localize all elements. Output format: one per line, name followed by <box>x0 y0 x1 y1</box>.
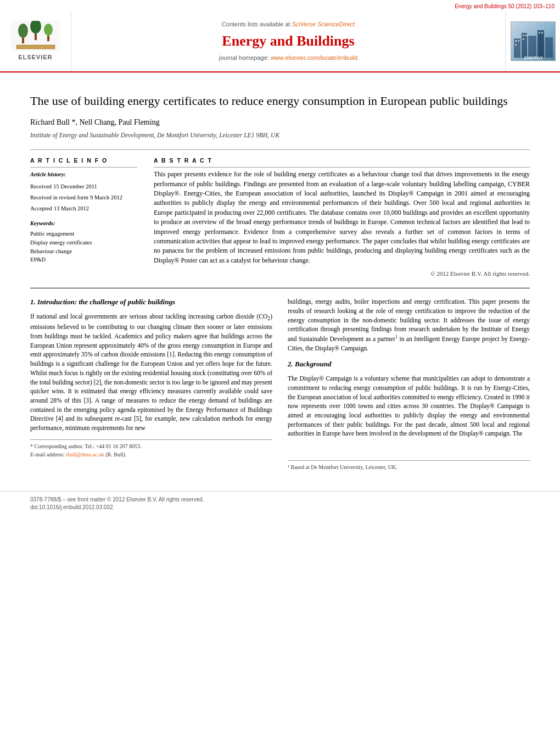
journal-header: Energy and Buildings 50 (2012) 103–110 <box>0 0 560 72</box>
svg-rect-7 <box>16 45 55 49</box>
svg-rect-12 <box>528 36 536 58</box>
svg-rect-6 <box>35 34 37 40</box>
section1-right-para1: buildings, energy audits, boiler inspect… <box>288 297 530 353</box>
section2-para1: The Display® Campaign is a voluntary sch… <box>288 374 530 438</box>
keyword-2: Display energy certificates <box>30 238 137 247</box>
svg-rect-4 <box>47 36 49 41</box>
body-divider <box>30 288 530 288</box>
article-affiliation: Institute of Energy and Sustainable Deve… <box>30 131 530 140</box>
eb-logo-box: 300JOURNALS <box>511 21 556 61</box>
svg-rect-2 <box>22 38 24 43</box>
copyright-line: © 2012 Elsevier B.V. All rights reserved… <box>154 270 530 278</box>
keyword-4: EP&D <box>30 255 137 264</box>
page: Energy and Buildings 50 (2012) 103–110 <box>0 0 560 742</box>
footnote-star-line: * Corresponding author. Tel.: +44 01 16 … <box>30 442 272 450</box>
keywords-title: Keywords: <box>30 220 137 228</box>
svg-point-3 <box>44 24 53 36</box>
article-info-col: A R T I C L E I N F O Article history: R… <box>30 157 137 278</box>
journal-homepage: journal homepage: www.elsevier.com/locat… <box>219 54 358 62</box>
eb-logo-icon: ENERGY BUILDINGS <box>511 22 556 61</box>
article-journal-info: Energy and Buildings 50 (2012) 103–110 <box>455 3 555 9</box>
journal-logo-area: 300JOURNALS <box>505 11 560 71</box>
received2-label: Received in revised form <box>30 194 88 200</box>
article-history-header: Article history: <box>30 171 137 179</box>
abstract-col: A B S T R A C T This paper presents evid… <box>154 157 530 278</box>
elsevier-wordmark: ELSEVIER <box>18 53 52 62</box>
article-info-abstract: A R T I C L E I N F O Article history: R… <box>30 157 530 278</box>
section2-heading: 2. Background <box>288 359 530 370</box>
svg-text:ENERGY: ENERGY <box>524 55 543 60</box>
accepted-value: 13 March 2012 <box>54 205 89 211</box>
article-title-area: The use of building energy certificates … <box>30 93 530 140</box>
header-top: ELSEVIER Contents lists available at Sci… <box>0 11 560 71</box>
footnote-area-right: ¹ Based at De Montfort University, Leice… <box>288 460 530 471</box>
body-two-col: 1. Introduction: the challenge of public… <box>30 297 530 471</box>
body-col-left: 1. Introduction: the challenge of public… <box>30 297 272 471</box>
accepted-label: Accepted <box>30 205 52 211</box>
section1-heading: 1. Introduction: the challenge of public… <box>30 297 272 308</box>
footnote-email-suffix: (R. Bull). <box>104 451 127 458</box>
article-history-label: Article history: <box>30 171 137 179</box>
svg-rect-22 <box>541 32 543 34</box>
section1-para1: If national and local governments are se… <box>30 312 272 432</box>
journal-homepage-url[interactable]: www.elsevier.com/locate/enbuild <box>271 54 357 61</box>
header-center: Contents lists available at SciVerse Sci… <box>71 11 505 71</box>
article-info-label: A R T I C L E I N F O <box>30 157 137 168</box>
footnote-area: * Corresponding author. Tel.: +44 01 16 … <box>30 439 272 459</box>
footnote-email[interactable]: rbull@dmu.ac.uk <box>66 451 104 458</box>
svg-rect-15 <box>515 40 517 42</box>
article-container: The use of building energy certificates … <box>0 72 560 482</box>
received1-label: Received <box>30 183 52 189</box>
sciverse-link[interactable]: SciVerse ScienceDirect <box>292 21 355 27</box>
received2-row: Received in revised form 9 March 2012 <box>30 192 137 202</box>
elsevier-tree-icon <box>11 21 60 51</box>
footer-doi: doi:10.1016/j.enbuild.2012.03.032 <box>30 504 530 511</box>
svg-point-1 <box>18 24 28 38</box>
footer-issn: 0378-7788/$ – see front matter © 2012 El… <box>30 496 530 504</box>
svg-rect-21 <box>539 32 540 34</box>
abstract-text: This paper presents evidence for the rol… <box>154 170 530 265</box>
svg-rect-16 <box>518 40 519 42</box>
footnote-email-prefix: E-mail address: <box>30 451 66 458</box>
svg-text:BUILDINGS: BUILDINGS <box>523 60 544 61</box>
svg-rect-11 <box>522 33 527 58</box>
journal-title-header: Energy and Buildings <box>222 31 354 51</box>
elsevier-logo-area: ELSEVIER <box>0 11 71 71</box>
keyword-1: Public engagement <box>30 230 137 238</box>
footer-bottom: 0378-7788/$ – see front matter © 2012 El… <box>0 491 560 515</box>
svg-rect-19 <box>525 35 527 36</box>
sciverse-line: Contents lists available at SciVerse Sci… <box>222 20 355 29</box>
body-col-right: buildings, energy audits, boiler inspect… <box>288 297 530 471</box>
accepted-row: Accepted 13 March 2012 <box>30 203 137 213</box>
svg-rect-10 <box>514 38 520 58</box>
received1-value: 15 December 2011 <box>53 183 97 189</box>
svg-rect-20 <box>523 38 524 40</box>
footnote1-line: ¹ Based at De Montfort University, Leice… <box>288 463 530 471</box>
keyword-3: Behaviour change <box>30 247 137 256</box>
svg-rect-17 <box>515 44 517 46</box>
received1-row: Received 15 December 2011 <box>30 181 137 191</box>
svg-rect-13 <box>537 30 544 58</box>
footnote-star-text: * Corresponding author. Tel.: +44 01 16 … <box>30 443 142 449</box>
article-title: The use of building energy certificates … <box>30 93 530 109</box>
received2-value: 9 March 2012 <box>90 194 122 200</box>
footnote-email-line: E-mail address: rbull@dmu.ac.uk (R. Bull… <box>30 450 272 459</box>
article-authors: Richard Bull *, Nell Chang, Paul Fleming <box>30 117 530 128</box>
article-divider <box>30 149 530 150</box>
abstract-label: A B S T R A C T <box>154 157 530 168</box>
svg-rect-14 <box>545 37 553 58</box>
svg-rect-18 <box>523 35 524 36</box>
